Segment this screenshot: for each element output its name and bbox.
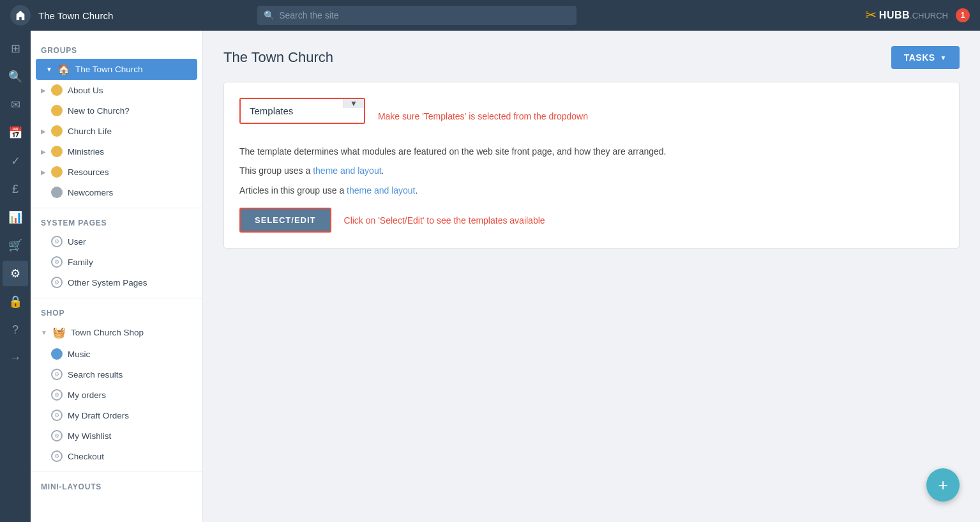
sidebar-label-ministries: Ministries bbox=[68, 147, 104, 157]
rail-pound-icon[interactable]: £ bbox=[3, 176, 28, 202]
rail-gear-icon[interactable]: ⚙ bbox=[3, 261, 28, 286]
gear-circle-family-icon: ⚙ bbox=[51, 256, 63, 268]
rail-lock-icon[interactable]: 🔒 bbox=[3, 289, 28, 314]
sidebar-item-resources[interactable]: ▶ Resources bbox=[31, 162, 202, 182]
topbar-title: The Town Church bbox=[38, 10, 113, 21]
sidebar-item-town-church[interactable]: ▼ 🏠 The Town Church bbox=[36, 59, 197, 80]
rail-signin-icon[interactable]: → bbox=[3, 345, 28, 371]
hubb-logo: ✂ HUBB .CHURCH bbox=[865, 7, 948, 24]
circle-new-icon bbox=[51, 105, 63, 116]
sidebar-item-search-results[interactable]: ▶ ⚙ Search results bbox=[31, 364, 202, 385]
mini-layouts-section-title: Mini-Layouts bbox=[31, 477, 202, 495]
circle-ministries-icon bbox=[51, 146, 63, 157]
rail-help-icon[interactable]: ? bbox=[3, 317, 28, 342]
expand-arrow-icon: ▼ bbox=[46, 66, 52, 73]
sidebar-item-about-us[interactable]: ▶ About Us bbox=[31, 80, 202, 100]
sidebar-label-draft-orders: My Draft Orders bbox=[68, 411, 129, 420]
search-input[interactable] bbox=[257, 6, 577, 25]
desc3-suffix: . bbox=[416, 185, 418, 196]
sidebar-item-newcomers[interactable]: ▶ Newcomers bbox=[31, 182, 202, 203]
tasks-chevron-icon: ▼ bbox=[940, 54, 947, 61]
sidebar-label-resources: Resources bbox=[68, 167, 109, 177]
search-bar: 🔍 bbox=[257, 6, 577, 25]
expand-arrow-shop-icon: ▼ bbox=[41, 329, 47, 336]
sidebar-item-music[interactable]: ▶ Music bbox=[31, 344, 202, 364]
app-logo bbox=[10, 5, 31, 26]
tasks-button[interactable]: TASKS ▼ bbox=[891, 46, 960, 69]
rail-search-icon[interactable]: 🔍 bbox=[3, 64, 28, 89]
circle-newcomers-icon bbox=[51, 187, 63, 198]
sidebar-item-my-orders[interactable]: ▶ ⚙ My orders bbox=[31, 385, 202, 405]
sidebar-item-checkout[interactable]: ▶ ⚙ Checkout bbox=[31, 446, 202, 466]
expand-arrow-church-icon: ▶ bbox=[41, 128, 46, 135]
rail-chart-icon[interactable]: 📊 bbox=[3, 204, 28, 230]
groups-section-title: Groups bbox=[31, 41, 202, 59]
theme-layout-link-2[interactable]: theme and layout bbox=[347, 185, 415, 196]
sidebar-item-draft-orders[interactable]: ▶ ⚙ My Draft Orders bbox=[31, 405, 202, 426]
templates-hint-text: Make sure 'Templates' is selected from t… bbox=[378, 111, 588, 121]
circle-about-icon bbox=[51, 84, 63, 96]
sidebar-item-wishlist[interactable]: ▶ ⚙ My Wishlist bbox=[31, 426, 202, 446]
gear-circle-other-icon: ⚙ bbox=[51, 277, 63, 288]
circle-music-icon bbox=[51, 348, 63, 360]
desc2-suffix: . bbox=[382, 165, 384, 176]
sidebar-label-shop: Town Church Shop bbox=[71, 328, 144, 337]
notification-badge[interactable]: 1 bbox=[956, 8, 970, 22]
sidebar-label-wishlist: My Wishlist bbox=[68, 431, 111, 441]
circle-resources-icon bbox=[51, 166, 63, 178]
expand-arrow-resources-icon: ▶ bbox=[41, 169, 46, 176]
sidebar-item-new-to-church[interactable]: ▶ New to Church? bbox=[31, 100, 202, 121]
desc2-prefix: This group uses a bbox=[239, 165, 313, 176]
shop-section-title: Shop bbox=[31, 303, 202, 321]
gear-circle-search-icon: ⚙ bbox=[51, 369, 63, 380]
sidebar-item-church-life[interactable]: ▶ Church Life bbox=[31, 121, 202, 141]
select-edit-button[interactable]: SELECT/EDIT bbox=[239, 208, 331, 233]
tasks-label: TASKS bbox=[904, 52, 935, 63]
desc-text-2: This group uses a theme and layout. bbox=[239, 164, 944, 178]
page-title: The Town Church bbox=[223, 49, 333, 66]
rail-mail-icon[interactable]: ✉ bbox=[3, 92, 28, 118]
desc-text-3: Articles in this group use a theme and l… bbox=[239, 183, 944, 197]
rail-check-icon[interactable]: ✓ bbox=[3, 148, 28, 174]
hubb-suffix: .CHURCH bbox=[910, 11, 948, 20]
fab-add-button[interactable]: + bbox=[926, 468, 960, 502]
page-header: The Town Church TASKS ▼ bbox=[223, 46, 960, 69]
sidebar-label-other-system: Other System Pages bbox=[68, 278, 147, 288]
dropdown-arrow-button[interactable]: ▼ bbox=[343, 99, 364, 108]
divider-1 bbox=[31, 208, 202, 208]
gear-circle-orders-icon: ⚙ bbox=[51, 389, 63, 401]
sidebar-label-user: User bbox=[68, 237, 86, 247]
sidebar-item-ministries[interactable]: ▶ Ministries bbox=[31, 141, 202, 162]
main-layout: ⊞ 🔍 ✉ 📅 ✓ £ 📊 🛒 ⚙ 🔒 ? → Groups ▼ 🏠 The T… bbox=[0, 31, 980, 522]
desc-text-1: The template determines what modules are… bbox=[239, 144, 944, 158]
expand-arrow-about-icon: ▶ bbox=[41, 87, 46, 94]
theme-layout-link-1[interactable]: theme and layout bbox=[313, 165, 381, 176]
rail-calendar-icon[interactable]: 📅 bbox=[3, 120, 28, 146]
select-edit-row: SELECT/EDIT Click on 'Select/Edit' to se… bbox=[239, 208, 944, 233]
desc3-prefix: Articles in this group use a bbox=[239, 185, 347, 196]
rail-cart-icon[interactable]: 🛒 bbox=[3, 233, 28, 258]
sidebar-label-checkout: Checkout bbox=[68, 452, 104, 461]
sidebar-item-town-church-shop[interactable]: ▼ 🧺 Town Church Shop bbox=[31, 321, 202, 344]
topbar-right: ✂ HUBB .CHURCH 1 bbox=[865, 7, 970, 24]
scissors-icon: ✂ bbox=[865, 7, 877, 24]
sidebar-label-new-to-church: New to Church? bbox=[68, 106, 130, 116]
system-pages-section-title: System Pages bbox=[31, 213, 202, 231]
sidebar-label-town-church: The Town Church bbox=[75, 65, 143, 74]
select-edit-hint-text: Click on 'Select/Edit' to see the templa… bbox=[344, 215, 545, 226]
divider-2 bbox=[31, 298, 202, 298]
sidebar-item-family[interactable]: ▶ ⚙ Family bbox=[31, 252, 202, 272]
circle-church-icon bbox=[51, 125, 63, 137]
icon-rail: ⊞ 🔍 ✉ 📅 ✓ £ 📊 🛒 ⚙ 🔒 ? → bbox=[0, 31, 31, 522]
expand-arrow-ministries-icon: ▶ bbox=[41, 148, 46, 155]
topbar: The Town Church 🔍 ✂ HUBB .CHURCH 1 bbox=[0, 0, 980, 31]
sidebar-label-about-us: About Us bbox=[68, 86, 103, 95]
content-card: Templates ▼ Make sure 'Templates' is sel… bbox=[223, 82, 960, 249]
sidebar-label-music: Music bbox=[68, 349, 90, 359]
sidebar-item-other-system-pages[interactable]: ▶ ⚙ Other System Pages bbox=[31, 272, 202, 293]
sidebar-label-family: Family bbox=[68, 257, 93, 267]
rail-grid-icon[interactable]: ⊞ bbox=[3, 36, 28, 61]
sidebar-item-user[interactable]: ▶ ⚙ User bbox=[31, 231, 202, 252]
gear-circle-user-icon: ⚙ bbox=[51, 236, 63, 247]
templates-select[interactable]: Templates bbox=[241, 99, 343, 123]
